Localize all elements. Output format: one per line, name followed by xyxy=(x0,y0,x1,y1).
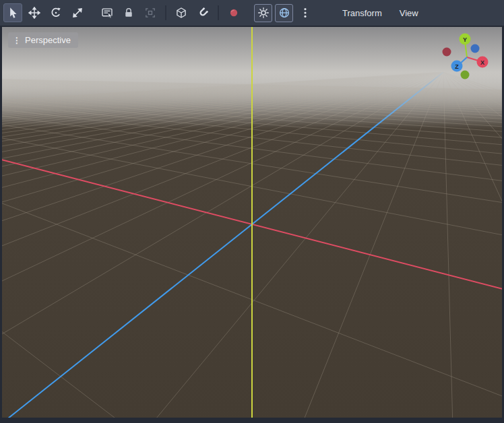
globe-icon xyxy=(278,7,290,19)
kebab-menu-icon: ⋮ xyxy=(13,36,21,44)
toolbar-separator xyxy=(165,5,166,20)
sun-icon xyxy=(257,7,270,19)
scale-tool-button[interactable] xyxy=(68,3,87,22)
menu-view[interactable]: View xyxy=(392,5,426,22)
gizmo-z-label: Z xyxy=(455,63,459,70)
snap-toggle-button[interactable] xyxy=(193,3,212,22)
extra-options-menu-button[interactable] xyxy=(296,3,315,22)
red-tool-icon xyxy=(228,7,240,19)
perspective-menu-button[interactable]: ⋮ Perspective xyxy=(8,32,78,48)
gizmo-neg-x-handle[interactable] xyxy=(443,48,451,57)
local-space-toggle-button[interactable] xyxy=(172,3,191,22)
group-icon xyxy=(144,7,156,19)
scene-render xyxy=(2,27,502,418)
preview-environment-toggle-button[interactable] xyxy=(275,4,293,22)
move-icon xyxy=(28,7,40,19)
magnet-icon xyxy=(197,7,209,19)
toolbar-separator xyxy=(218,5,219,20)
scale-icon xyxy=(71,7,84,19)
select-tool-button[interactable] xyxy=(3,3,22,22)
projection-label: Perspective xyxy=(25,35,71,45)
orientation-gizmo[interactable]: Y X Z xyxy=(437,30,498,87)
viewport-toolbar: Transform View xyxy=(0,0,504,26)
gizmo-neg-z-handle[interactable] xyxy=(471,44,480,53)
list-select-icon xyxy=(101,7,113,19)
move-tool-button[interactable] xyxy=(25,3,44,22)
kebab-menu-icon xyxy=(299,7,311,19)
rotate-tool-button[interactable] xyxy=(46,3,65,22)
select-cursor-icon xyxy=(7,7,19,19)
gizmo-y-label: Y xyxy=(463,36,467,43)
lock-button[interactable] xyxy=(119,3,138,22)
preview-sun-toggle-button[interactable] xyxy=(254,4,272,22)
godot-3d-editor: Transform View ⋮ Perspective xyxy=(0,0,504,423)
cube-icon xyxy=(175,7,187,19)
list-select-tool-button[interactable] xyxy=(98,3,117,22)
red-tool-button[interactable] xyxy=(224,3,243,22)
lock-icon xyxy=(123,7,135,19)
gizmo-neg-y-handle[interactable] xyxy=(461,71,470,79)
viewport-3d[interactable]: ⋮ Perspective Y X Z xyxy=(2,27,502,418)
gizmo-x-label: X xyxy=(480,59,484,66)
group-button[interactable] xyxy=(141,3,160,22)
rotate-icon xyxy=(50,7,62,19)
menu-transform[interactable]: Transform xyxy=(335,5,389,22)
